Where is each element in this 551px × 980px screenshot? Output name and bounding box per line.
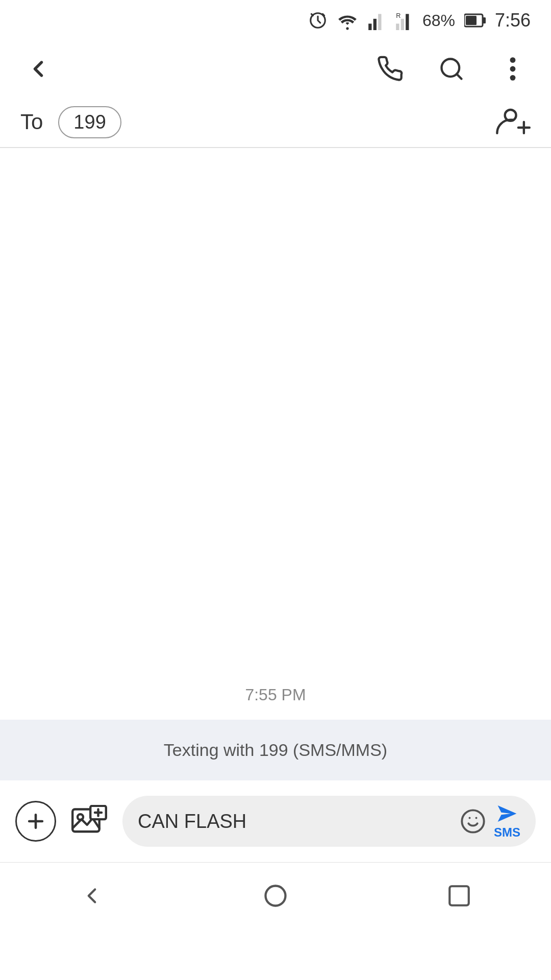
svg-line-2 xyxy=(322,14,324,15)
battery-percentage: 68% xyxy=(422,11,455,30)
message-area: 7:55 PM xyxy=(0,148,551,720)
status-time: 7:56 xyxy=(495,10,531,31)
svg-rect-5 xyxy=(373,19,377,30)
svg-rect-6 xyxy=(378,14,381,30)
status-bar: R 68% 7:56 xyxy=(0,0,551,41)
alarm-icon xyxy=(308,11,328,30)
recipient-chip[interactable]: 199 xyxy=(58,106,121,138)
emoji-button[interactable] xyxy=(460,808,486,835)
svg-line-15 xyxy=(457,74,461,79)
svg-point-18 xyxy=(510,75,516,81)
nav-back-button[interactable] xyxy=(66,875,117,916)
svg-point-33 xyxy=(266,886,286,905)
to-row: To 199 xyxy=(0,97,551,148)
svg-line-1 xyxy=(311,14,313,15)
phone-button[interactable] xyxy=(372,51,408,87)
svg-text:R: R xyxy=(396,12,400,19)
wifi-icon xyxy=(337,11,358,30)
svg-point-16 xyxy=(510,57,516,63)
more-options-button[interactable] xyxy=(495,51,531,87)
nav-home-button[interactable] xyxy=(250,875,301,916)
svg-point-17 xyxy=(510,66,516,72)
texting-with-banner: Texting with 199 (SMS/MMS) xyxy=(0,720,551,780)
svg-rect-7 xyxy=(396,23,399,30)
texting-with-text: Texting with 199 (SMS/MMS) xyxy=(164,740,387,760)
message-timestamp: 7:55 PM xyxy=(0,685,551,720)
compose-input[interactable] xyxy=(138,811,452,832)
recipient-number: 199 xyxy=(73,111,106,133)
send-type-label: SMS xyxy=(494,825,520,840)
svg-rect-34 xyxy=(449,886,469,905)
svg-point-29 xyxy=(462,810,484,832)
svg-point-3 xyxy=(346,27,348,30)
svg-rect-8 xyxy=(401,19,404,30)
svg-rect-4 xyxy=(368,23,371,30)
svg-rect-13 xyxy=(483,17,486,23)
to-label: To xyxy=(20,110,43,134)
svg-marker-32 xyxy=(498,805,517,822)
back-button[interactable] xyxy=(20,51,56,87)
toolbar xyxy=(0,41,551,97)
attach-image-button[interactable] xyxy=(69,801,110,842)
compose-bar: SMS xyxy=(0,780,551,862)
add-contact-button[interactable] xyxy=(495,106,531,138)
add-button[interactable] xyxy=(15,801,56,842)
compose-input-wrapper: SMS xyxy=(122,796,536,847)
r-signal-icon: R xyxy=(395,11,413,30)
send-button[interactable]: SMS xyxy=(494,803,520,840)
nav-bar xyxy=(0,862,551,928)
battery-icon xyxy=(464,11,486,30)
svg-rect-12 xyxy=(466,16,477,25)
search-button[interactable] xyxy=(434,51,469,87)
svg-rect-9 xyxy=(406,14,409,30)
nav-recents-button[interactable] xyxy=(434,875,485,916)
signal-icon xyxy=(367,11,386,30)
